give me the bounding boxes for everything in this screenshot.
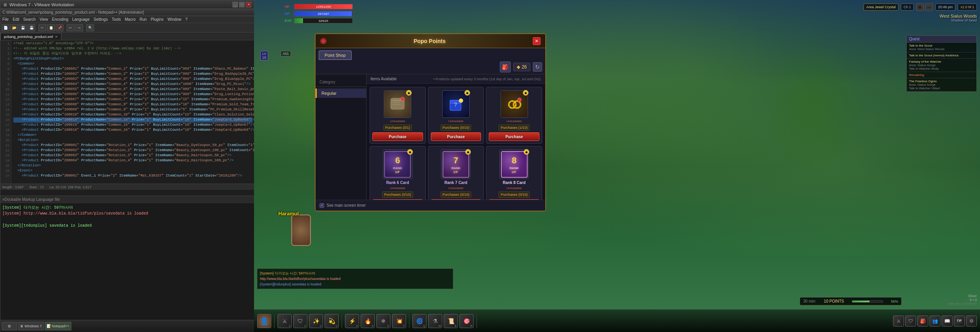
skill-slot-a[interactable]: ⚡A xyxy=(345,314,359,328)
skill-slot-w[interactable]: ⚗W xyxy=(428,314,442,328)
popo-toolbar[interactable]: 🎒 ◆ 26 ↻ xyxy=(316,60,545,74)
code-line-10: <Product ProductID="100055" ProductName=… xyxy=(13,87,252,92)
purchase-button-rank7[interactable]: Purchase xyxy=(431,199,481,200)
refresh-button[interactable]: ↻ xyxy=(533,62,542,72)
quest-item-4[interactable]: Remaining xyxy=(907,72,976,78)
stat-bars: HP 1255/1255 MP 287/287 EXP 325/25 xyxy=(285,4,363,25)
skill-slot-c[interactable]: ✨C xyxy=(309,314,323,328)
item-card-rank8: 8 RANK UP ◆ Rank 8 Card Untradable Purch… xyxy=(486,146,542,200)
notepad-toolbar[interactable]: 📄 📂 💾 💾 ✂ 📋 📌 ↩ ↪ 🔍 xyxy=(0,23,254,32)
skill-slot-q[interactable]: 🌀Q xyxy=(412,314,426,328)
skill-slot-r[interactable]: 🎯R xyxy=(459,314,474,328)
menu-view[interactable]: View xyxy=(40,17,48,22)
purchase-button-rank8[interactable]: Purchase xyxy=(489,199,539,200)
mp-bar-row: MP 287/287 xyxy=(285,11,363,16)
vmware-titlebar: 🖥 Windows 7 - VMware Workstation _ □ ✕ xyxy=(0,0,254,9)
level-badge: Lv 18 xyxy=(260,51,268,60)
menu-macro[interactable]: Macro xyxy=(125,17,136,22)
notepad-tabs[interactable]: pcbang_pointshop_product.xml ✕ xyxy=(0,32,254,40)
minus-icon[interactable]: — xyxy=(925,3,933,11)
skill-slot-d[interactable]: ❄D xyxy=(376,314,390,328)
menu-file[interactable]: File xyxy=(2,17,9,22)
stat-icon-5[interactable]: 📖 xyxy=(942,316,953,327)
exp-bar: 325/25 xyxy=(294,18,353,23)
skill-char[interactable]: 👤 xyxy=(257,314,271,328)
notepad-menubar[interactable]: File Edit Search View Encoding Language … xyxy=(0,16,254,23)
stat-icon-2[interactable]: 🛡 xyxy=(905,316,916,327)
top-buttons[interactable]: ⚙ — xyxy=(916,3,933,11)
bag-icon[interactable]: 🎒 xyxy=(500,61,511,72)
purchase-button-2[interactable]: Purchase xyxy=(431,132,481,141)
popo-header-row: Items Available • Products updated every… xyxy=(367,74,545,84)
stat-icon-1[interactable]: ⚔ xyxy=(893,316,904,327)
stat-icon-4[interactable]: 👥 xyxy=(929,316,940,327)
settings-icon[interactable]: ⚙ xyxy=(916,3,924,11)
game-bottom-ui[interactable]: 👤 ⚔Z 🛡X ✨C 💫V ⚡A 🔥S ❄D 💥F 🌀Q xyxy=(254,309,980,332)
stat-icon-6[interactable]: 🗺 xyxy=(954,316,965,327)
vmware-minimize[interactable]: _ xyxy=(232,2,238,7)
popo-close-button[interactable]: ✕ xyxy=(533,37,541,45)
purchase-button-3[interactable]: Purchase xyxy=(489,132,539,141)
see-timer-checkbox[interactable]: ✓ xyxy=(319,203,324,208)
quest-item-5[interactable]: The Fearless Ogres Area: Sialus Gorge Ta… xyxy=(907,78,976,92)
quest-item-2[interactable]: Talk to the Scout (Inemul) Kedeloca xyxy=(907,52,976,59)
popo-main: Category Regular Items Available • Produ… xyxy=(316,74,545,200)
vmware-maximize[interactable]: □ xyxy=(239,2,245,7)
skill-sep-4 xyxy=(476,314,477,328)
skill-slot-e[interactable]: 📜E xyxy=(444,314,458,328)
category-regular[interactable]: Regular xyxy=(316,88,366,98)
menu-tools[interactable]: Tools xyxy=(112,17,121,22)
bottom-stat-icons[interactable]: ⚔ 🛡 🎒 👥 📖 🗺 ⚙ xyxy=(893,316,977,327)
toolbar-copy[interactable]: 📋 xyxy=(47,24,55,31)
update-note: • Products updated every 3 months (1st d… xyxy=(433,77,541,81)
tab-point-shop[interactable]: Point Shop xyxy=(319,51,352,60)
vmware-close[interactable]: ✕ xyxy=(246,2,251,7)
menu-encoding[interactable]: Encoding xyxy=(52,17,69,22)
purchase-button-1[interactable]: Purchase xyxy=(372,132,423,141)
toolbar-save-all[interactable]: 💾 xyxy=(27,24,35,31)
corner-gem-3: ◆ xyxy=(523,90,528,96)
popo-items-content: Items Available • Products updated every… xyxy=(367,74,545,200)
toolbar-find[interactable]: 🔍 xyxy=(86,24,94,31)
skill-slot-v[interactable]: 💫V xyxy=(325,314,339,328)
taskbar-vmware[interactable]: 🖥 Windows 7 xyxy=(18,322,44,330)
toolbar-cut[interactable]: ✂ xyxy=(38,24,46,31)
taskbar-start[interactable]: ⊞ xyxy=(2,322,17,330)
toolbar-undo[interactable]: ↩ xyxy=(67,24,74,31)
skill-slot-s[interactable]: 🔥S xyxy=(361,314,375,328)
skill-slot-z[interactable]: ⚔Z xyxy=(278,314,292,328)
toolbar-paste[interactable]: 📌 xyxy=(56,24,64,31)
menu-help[interactable]: ? xyxy=(185,17,188,22)
menu-search[interactable]: Search xyxy=(23,17,36,22)
taskbar[interactable]: ⊞ 🖥 Windows 7 📝 Notepad++ xyxy=(0,320,254,332)
toolbar-redo[interactable]: ↪ xyxy=(75,24,83,31)
purchase-button-rank6[interactable]: Purchase xyxy=(372,199,423,200)
toolbar-save[interactable]: 💾 xyxy=(19,24,27,31)
stat-icon-3[interactable]: 🎒 xyxy=(917,316,928,327)
skill-slot-f[interactable]: 💥F xyxy=(392,314,406,328)
multiplier-display: x1.0 M 1 xyxy=(958,4,977,11)
skill-slot-x[interactable]: 🛡X xyxy=(293,314,307,328)
quest-item-3[interactable]: Fantasy of the Watcher Area: Sialus Gorg… xyxy=(907,59,976,72)
toolbar-open[interactable]: 📂 xyxy=(10,24,18,31)
menu-settings[interactable]: Settings xyxy=(94,17,108,22)
popo-tabs-bar[interactable]: Point Shop xyxy=(316,48,545,60)
mp-value: 287/287 xyxy=(294,11,352,16)
stat-icon-7[interactable]: ⚙ xyxy=(966,316,977,327)
menu-edit[interactable]: Edit xyxy=(13,17,19,22)
notepad-tab-active[interactable]: pcbang_pointshop_product.xml ✕ xyxy=(0,33,62,40)
toolbar-new[interactable]: 📄 xyxy=(2,24,9,31)
quest-item-1[interactable]: Talk to the Scout Area: West Sialus Wood… xyxy=(907,43,976,52)
purchases-label-rank8: Purchases (0/10) xyxy=(499,191,530,198)
menu-plugins[interactable]: Plugins xyxy=(151,17,163,22)
crystal-display: Area Jewel Crystal xyxy=(864,4,898,11)
vmware-controls[interactable]: _ □ ✕ xyxy=(232,2,251,7)
code-line-13: <Product ProductID="100008" ProductName=… xyxy=(13,102,252,107)
rank7-card-name: Rank 7 Card xyxy=(445,180,467,185)
code-area[interactable]: <?xml version="1.0" encoding="UTF-8"?> <… xyxy=(11,40,254,184)
menu-run[interactable]: Run xyxy=(140,17,147,22)
sys-msg-1: [System] 다가오는 시간: 597마사야 xyxy=(260,271,450,276)
taskbar-notepad[interactable]: 📝 Notepad++ xyxy=(45,322,71,330)
menu-language[interactable]: Language xyxy=(72,17,90,22)
menu-window[interactable]: Window xyxy=(167,17,181,22)
